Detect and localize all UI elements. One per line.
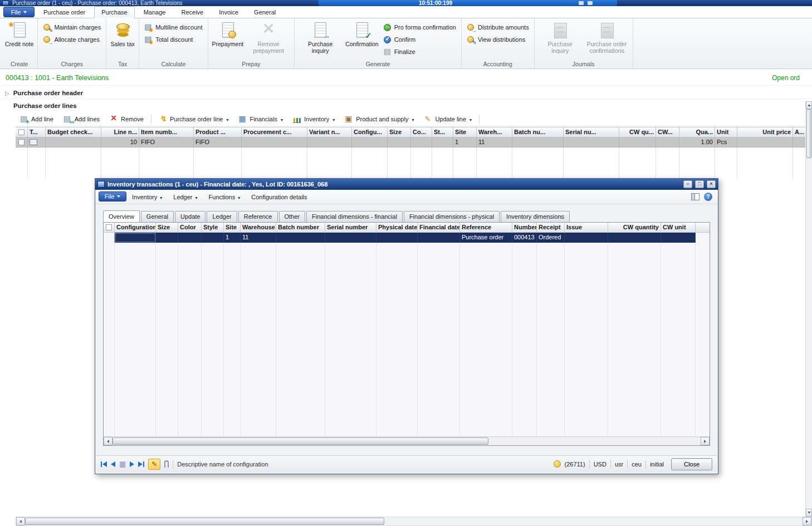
total-discount-button[interactable]: Total discount xyxy=(141,33,205,46)
scroll-right-button[interactable] xyxy=(803,517,811,525)
row-select-cell[interactable] xyxy=(16,137,28,148)
scrollbar-thumb[interactable] xyxy=(806,109,811,158)
maximize-button[interactable] xyxy=(695,180,704,188)
scroll-down-button[interactable] xyxy=(806,509,812,517)
cell-configuration[interactable] xyxy=(115,233,156,243)
scrollbar-thumb[interactable] xyxy=(25,518,384,525)
cell-size[interactable] xyxy=(156,233,178,243)
cell-financial-date[interactable] xyxy=(418,233,460,243)
menu-item-inventory[interactable]: Inventory xyxy=(126,191,168,203)
nav-next-button[interactable] xyxy=(130,461,134,467)
column-header-style[interactable]: Style xyxy=(202,223,224,232)
column-header-serial-nu[interactable]: Serial nu... xyxy=(564,127,619,137)
add-line-button[interactable]: Add line xyxy=(16,114,58,125)
vertical-scrollbar[interactable] xyxy=(805,101,812,517)
row-select-cell[interactable] xyxy=(104,233,115,243)
file-menu-button[interactable]: File xyxy=(3,7,35,17)
confirmation-button[interactable]: Confirmation xyxy=(344,19,380,58)
column-header-line-n[interactable]: Line n... xyxy=(101,127,139,137)
attachment-icon[interactable] xyxy=(164,460,169,468)
column-header-configuration[interactable]: Configuration xyxy=(115,223,156,232)
alert-bell-icon[interactable] xyxy=(554,460,561,468)
tab-financial-dimensions-physical[interactable]: Financial dimensions - physical xyxy=(404,211,500,222)
ribbon-tab-manage[interactable]: Manage xyxy=(137,7,173,18)
column-header-cw-quantity[interactable]: CW quantity xyxy=(608,223,661,232)
ribbon-tab-purchase-order[interactable]: Purchase order xyxy=(37,7,92,18)
cell-number[interactable]: 000413 xyxy=(512,233,537,243)
nav-previous-button[interactable] xyxy=(111,461,115,467)
tab-financial-dimensions-financial[interactable]: Financial dimensions - financial xyxy=(306,211,403,222)
tab-update[interactable]: Update xyxy=(175,211,206,222)
cell-variant-n[interactable] xyxy=(307,137,352,148)
edit-mode-button[interactable] xyxy=(148,459,160,470)
ribbon-tab-receive[interactable]: Receive xyxy=(174,7,210,18)
column-header-co[interactable]: Co... xyxy=(411,127,432,137)
cell-line-n[interactable]: 10 xyxy=(101,137,139,148)
tab-inventory-dimensions[interactable]: Inventory dimensions xyxy=(501,211,570,222)
column-header-size[interactable]: Size xyxy=(156,223,178,232)
inventory-button[interactable]: Inventory xyxy=(288,114,339,125)
table-row[interactable]: 10FIFOFIFO1111.00Pcs xyxy=(16,137,806,148)
column-header-serial-number[interactable]: Serial number xyxy=(325,223,376,232)
cell-site[interactable]: 1 xyxy=(224,233,241,243)
nav-first-button[interactable] xyxy=(101,461,107,467)
view-distributions-button[interactable]: View distributions xyxy=(464,33,532,46)
column-header-receipt[interactable]: Receipt xyxy=(537,223,565,232)
cell-color[interactable] xyxy=(178,233,202,243)
column-header-color[interactable]: Color xyxy=(178,223,202,232)
cell-procurement-c[interactable] xyxy=(242,137,307,148)
scroll-left-button[interactable] xyxy=(16,517,25,525)
column-header-reference[interactable]: Reference xyxy=(460,223,512,232)
cell-batch-nu[interactable] xyxy=(512,137,564,148)
cell-t[interactable] xyxy=(28,137,46,148)
scroll-right-button[interactable] xyxy=(701,437,710,445)
column-header-procurement-c[interactable]: Procurement c... xyxy=(242,127,307,137)
column-header-cw-qu[interactable]: CW qu... xyxy=(619,127,656,137)
cell-item-numb[interactable]: FIFO xyxy=(139,137,194,148)
tab-general[interactable]: General xyxy=(141,211,174,222)
dialog-titlebar[interactable]: Inventory transactions (1 - ceu) - Finan… xyxy=(95,179,718,190)
expand-arrow-icon[interactable] xyxy=(5,90,9,96)
cell-batch-number[interactable] xyxy=(276,233,325,243)
cell-issue[interactable] xyxy=(565,233,608,243)
ribbon-tab-general[interactable]: General xyxy=(247,7,282,18)
credit-note-button[interactable]: Credit note xyxy=(3,19,35,58)
pro-forma-confirmation-button[interactable]: Pro forma confirmation xyxy=(380,21,459,33)
menu-item-configuration-details[interactable]: Configuration details xyxy=(246,191,312,203)
alert-count[interactable]: (26711) xyxy=(565,461,585,468)
column-header-site[interactable]: Site xyxy=(224,223,241,232)
cell-size[interactable] xyxy=(388,137,411,148)
column-header-issue[interactable]: Issue xyxy=(565,223,608,232)
column-header-t[interactable]: T... xyxy=(28,127,46,137)
selected-row[interactable]: 111Purchase order000413Ordered xyxy=(104,233,710,243)
column-header-batch-nu[interactable]: Batch nu... xyxy=(512,127,564,137)
column-header-variant-n[interactable]: Variant n... xyxy=(307,127,352,137)
cell-physical-date[interactable] xyxy=(376,233,418,243)
dialog-horizontal-scrollbar[interactable] xyxy=(104,436,710,445)
cell-style[interactable] xyxy=(202,233,224,243)
column-header-financial-date[interactable]: Financial date xyxy=(418,223,460,232)
tab-overview[interactable]: Overview xyxy=(103,210,140,222)
cell-budget-check[interactable] xyxy=(46,137,101,148)
help-icon[interactable] xyxy=(704,193,712,201)
cell-reference[interactable]: Purchase order xyxy=(460,233,512,243)
select-all-cell[interactable] xyxy=(16,127,28,137)
close-window-button[interactable] xyxy=(707,180,716,188)
select-all-cell[interactable] xyxy=(104,223,115,232)
column-header-item-numb[interactable]: Item numb... xyxy=(139,127,194,137)
purchase-order-line-button[interactable]: Purchase order line xyxy=(154,114,233,125)
dialog-file-menu-button[interactable]: File xyxy=(99,191,126,201)
menu-item-functions[interactable]: Functions xyxy=(203,191,246,203)
financials-button[interactable]: Financials xyxy=(234,114,287,125)
maintain-charges-button[interactable]: Maintain charges xyxy=(40,21,104,33)
cell-cw-unit[interactable] xyxy=(661,233,696,243)
distribute-amounts-button[interactable]: Distribute amounts xyxy=(464,21,532,33)
column-header-batch-number[interactable]: Batch number xyxy=(276,223,325,232)
cell-receipt[interactable]: Ordered xyxy=(537,233,565,243)
tab-ledger[interactable]: Ledger xyxy=(207,211,237,222)
scroll-up-button[interactable] xyxy=(806,101,812,109)
minimize-button[interactable] xyxy=(683,180,692,188)
column-header-qua[interactable]: Qua... xyxy=(679,127,715,137)
ribbon-tab-purchase[interactable]: Purchase xyxy=(94,6,134,18)
multiline-discount-button[interactable]: Multiline discount xyxy=(141,21,205,33)
